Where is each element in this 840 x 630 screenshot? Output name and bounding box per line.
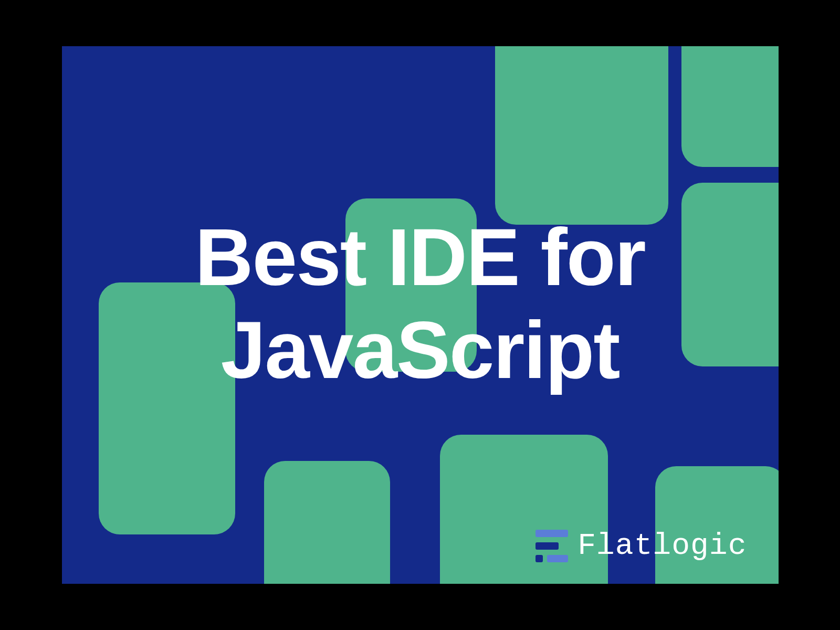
decorative-shape [495, 46, 668, 225]
brand-name: Flatlogic [578, 529, 747, 563]
headline: Best IDE for JavaScript [62, 211, 779, 397]
headline-line-2: JavaScript [62, 304, 779, 397]
decorative-shape [264, 461, 390, 584]
decorative-shape [681, 46, 779, 167]
decorative-shape [655, 466, 779, 584]
outer-frame: Best IDE for JavaScript Flatlogic [0, 0, 840, 630]
brand-lockup: Flatlogic [536, 529, 747, 563]
headline-line-1: Best IDE for [62, 211, 779, 304]
brand-icon [536, 530, 568, 562]
graphic-canvas: Best IDE for JavaScript Flatlogic [62, 46, 779, 584]
